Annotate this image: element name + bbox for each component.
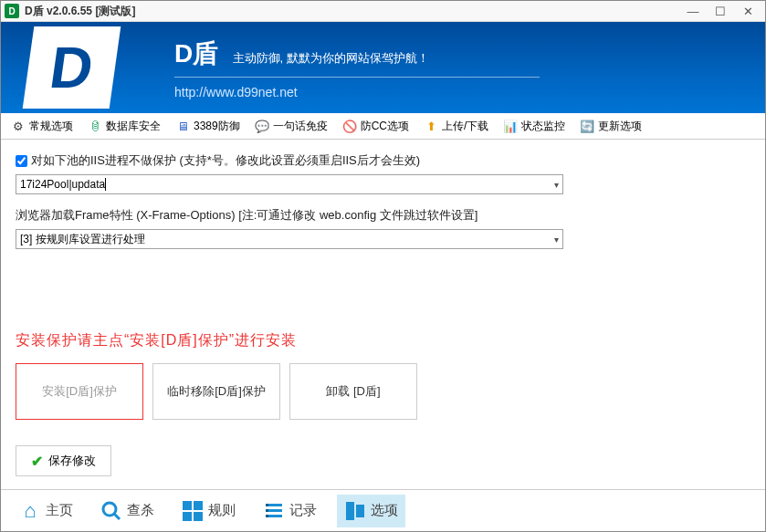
close-button[interactable]: ✕ xyxy=(734,1,761,21)
scan-icon xyxy=(100,500,122,522)
iis-pool-combo[interactable]: 17i24Pool|updata ▾ xyxy=(16,174,563,194)
nav-item-scan[interactable]: 查杀 xyxy=(93,495,162,527)
toolbar-item-6[interactable]: 📊状态监控 xyxy=(500,117,568,136)
window-title: D盾 v2.0.6.55 [测试版] xyxy=(25,4,679,19)
window-controls: ― ☐ ✕ xyxy=(679,1,761,21)
nav-item-log[interactable]: 记录 xyxy=(256,495,324,527)
chevron-down-icon: ▾ xyxy=(554,180,559,190)
toolbar-label: 状态监控 xyxy=(521,119,565,134)
toolbar-icon: 🚫 xyxy=(342,119,357,133)
toolbar-item-0[interactable]: ⚙常规选项 xyxy=(8,117,76,136)
svg-point-0 xyxy=(103,503,116,516)
toolbar-label: 常规选项 xyxy=(29,119,73,134)
app-icon: D xyxy=(5,4,19,18)
nav-label: 主页 xyxy=(46,502,73,519)
titlebar: D D盾 v2.0.6.55 [测试版] ― ☐ ✕ xyxy=(1,1,765,22)
svg-line-1 xyxy=(114,514,120,519)
install-instruction: 安装保护请主点“安装[D盾]保护”进行安装 xyxy=(16,331,750,350)
toolbar-icon: 💬 xyxy=(255,119,269,133)
check-icon: ✔ xyxy=(31,453,43,470)
rules-icon xyxy=(182,500,204,522)
toolbar-item-1[interactable]: 🛢数据库安全 xyxy=(85,117,163,136)
toolbar-item-7[interactable]: 🔄更新选项 xyxy=(577,117,645,136)
toolbar-label: 防CC选项 xyxy=(361,119,409,134)
nav-label: 选项 xyxy=(371,502,398,519)
toolbar-item-5[interactable]: ⬆上传/下载 xyxy=(421,117,491,136)
banner-text: D盾 主动防御, 默默为你的网站保驾护航！ http://www.d99net.… xyxy=(174,37,540,99)
banner-url[interactable]: http://www.d99net.net xyxy=(174,85,540,99)
app-window: D D盾 v2.0.6.55 [测试版] ― ☐ ✕ D D盾 主动防御, 默默… xyxy=(0,0,766,532)
action-button-row: 安装[D盾]保护 临时移除[D盾]保护 卸载 [D盾] xyxy=(16,363,750,420)
uninstall-button[interactable]: 卸载 [D盾] xyxy=(289,363,417,420)
toolbar-icon: 📊 xyxy=(503,119,518,133)
toolbar-label: 一句话免疫 xyxy=(273,119,328,134)
banner-title: D盾 xyxy=(174,37,218,71)
content-area: 对如下池的IIS进程不做保护 (支持*号。修改此设置必须重启IIS后才会生效) … xyxy=(1,140,765,489)
toolbar-item-3[interactable]: 💬一句话免疫 xyxy=(252,117,331,136)
xframe-value: [3] 按规则库设置进行处理 xyxy=(20,232,145,247)
iis-protect-label: 对如下池的IIS进程不做保护 (支持*号。修改此设置必须重启IIS后才会生效) xyxy=(31,152,420,169)
toolbar: ⚙常规选项🛢数据库安全🖥3389防御💬一句话免疫🚫防CC选项⬆上传/下载📊状态监… xyxy=(1,113,765,140)
toolbar-icon: 🛢 xyxy=(88,119,102,133)
xframe-label: 浏览器加载Frame特性 (X-Frame-Options) [注:可通过修改 … xyxy=(16,207,750,224)
home-icon: ⌂ xyxy=(19,500,41,522)
toolbar-icon: 🔄 xyxy=(580,119,594,133)
maximize-button[interactable]: ☐ xyxy=(707,1,734,21)
iis-protect-checkbox[interactable] xyxy=(16,155,27,167)
banner-tagline: 主动防御, 默默为你的网站保驾护航！ xyxy=(233,50,429,67)
log-icon xyxy=(263,500,285,522)
toolbar-icon: 🖥 xyxy=(175,119,190,133)
minimize-button[interactable]: ― xyxy=(679,1,707,21)
iis-protect-row: 对如下池的IIS进程不做保护 (支持*号。修改此设置必须重启IIS后才会生效) xyxy=(16,152,750,169)
nav-item-rules[interactable]: 规则 xyxy=(174,495,243,527)
nav-item-options[interactable]: 选项 xyxy=(337,495,405,527)
toolbar-icon: ⬆ xyxy=(424,119,438,133)
banner: D D盾 主动防御, 默默为你的网站保驾护航！ http://www.d99ne… xyxy=(1,22,765,113)
install-button[interactable]: 安装[D盾]保护 xyxy=(16,363,143,420)
xframe-combo[interactable]: [3] 按规则库设置进行处理 ▾ xyxy=(16,229,563,249)
chevron-down-icon: ▾ xyxy=(554,235,559,245)
banner-logo-letter: D xyxy=(46,34,98,101)
banner-logo: D xyxy=(19,22,147,113)
nav-label: 查杀 xyxy=(127,502,154,519)
temp-remove-button[interactable]: 临时移除[D盾]保护 xyxy=(152,363,280,420)
toolbar-label: 3389防御 xyxy=(194,119,240,134)
toolbar-label: 数据库安全 xyxy=(106,119,161,134)
nav-label: 规则 xyxy=(208,502,236,519)
toolbar-label: 上传/下载 xyxy=(442,119,488,134)
toolbar-label: 更新选项 xyxy=(598,119,642,134)
bottom-nav: ⌂主页查杀规则记录选项 xyxy=(1,489,765,531)
options-icon xyxy=(344,500,366,522)
toolbar-item-2[interactable]: 🖥3389防御 xyxy=(173,117,243,136)
save-button-label: 保存修改 xyxy=(48,453,96,469)
iis-pool-value: 17i24Pool|updata xyxy=(20,178,106,191)
toolbar-icon: ⚙ xyxy=(11,119,26,133)
save-button[interactable]: ✔ 保存修改 xyxy=(16,445,111,476)
nav-label: 记录 xyxy=(289,502,317,519)
nav-item-home[interactable]: ⌂主页 xyxy=(12,495,80,527)
toolbar-item-4[interactable]: 🚫防CC选项 xyxy=(340,117,412,136)
